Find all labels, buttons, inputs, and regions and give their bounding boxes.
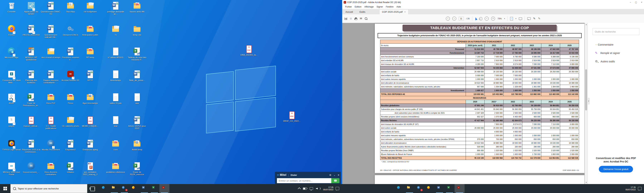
task-view-icon[interactable] <box>90 187 95 191</box>
signature-icon[interactable]: ✎ <box>538 17 540 20</box>
desktop-icon[interactable]: WQuestionnaire ONAC-VG <box>41 1 61 15</box>
previous-page-icon[interactable]: ↑ <box>446 17 450 20</box>
panel-collapse-icon[interactable]: ❮ <box>588 98 590 104</box>
action-center-icon-2[interactable] <box>638 187 642 190</box>
fill-sign-pencil-icon[interactable]: ✎ <box>533 17 536 20</box>
desktop-icon[interactable]: XCopie de Permanence_et... <box>21 93 41 107</box>
doc-tab-close-icon[interactable]: × <box>404 11 406 13</box>
desktop-icon[interactable]: knd <box>106 116 126 127</box>
menu-item[interactable]: Fenêtre <box>386 5 394 8</box>
menu-item[interactable]: Affichage <box>364 5 374 8</box>
taskbar-word-icon[interactable]: W <box>139 184 149 193</box>
document-area[interactable]: › TABLEAUX BUDGÉTAIRE ET EN EFFECTIFS DU… <box>342 23 584 184</box>
desktop-icon[interactable]: docs travail et tempo <box>41 47 61 59</box>
desktop-icon[interactable]: PDFPerso <box>60 93 80 104</box>
save-icon[interactable] <box>345 17 347 20</box>
desktop-icon[interactable]: salles 15 juin <box>106 93 126 104</box>
desktop-icon[interactable]: WNote_de_prese... <box>127 70 147 81</box>
star-favorites-icon[interactable]: ☆ <box>350 17 352 20</box>
desktop-icon[interactable]: timestamps <box>106 70 126 81</box>
zoom-level-select[interactable]: 73% <box>498 17 502 20</box>
desktop-icon[interactable]: PDFAnticipation juillet <box>80 25 100 36</box>
print-icon[interactable] <box>354 18 357 20</box>
menu-item[interactable]: Signer <box>376 5 383 8</box>
taskbar-excel-icon[interactable]: X <box>444 184 454 193</box>
tools-search-input[interactable]: Outils de recherche <box>592 28 639 35</box>
desktop-icon[interactable]: WAméli temp <box>127 139 147 151</box>
acrobat-titlebar[interactable]: ∞ COP 2020-2025.pdf - Adobe Acrobat Read… <box>342 0 644 5</box>
zoom-in-icon[interactable]: + <box>491 17 495 20</box>
desktop-icon[interactable]: WAgat timestamps <box>80 93 100 104</box>
desktop-icon[interactable]: WRapport Anciens combattants - ... <box>41 70 61 84</box>
desktop-icon[interactable]: WArticle 18-PLF pour 2022 <box>127 116 147 130</box>
tray-chevron-icon[interactable] <box>298 188 301 191</box>
desktop-icon[interactable]: ✉↗Mozilla Thunderbird <box>41 139 61 151</box>
network-icon[interactable] <box>310 187 313 190</box>
taskbar-thunderbird-icon[interactable]: ✉1 <box>119 184 129 193</box>
mitel-settings-icon[interactable]: ⚙ <box>329 174 332 176</box>
desktop-icon[interactable]: WRPTP <box>80 70 100 81</box>
maximize-button[interactable]: ▢ <box>635 1 637 3</box>
panel-item[interactable]: ✎Remplir et signer <box>588 49 644 57</box>
taskbar-word-icon[interactable]: W <box>434 184 444 193</box>
scrollbar-thumb[interactable] <box>585 69 587 110</box>
clock-2[interactable]: 17:3505/07/2022 <box>626 186 636 191</box>
taskbar-thunderbird-icon[interactable]: ✉1 <box>414 184 424 193</box>
start-trial-button[interactable]: Démarrer l'essai gratuit <box>599 166 633 173</box>
desktop-icon[interactable]: ↗Microsoft Edge <box>2 47 22 59</box>
tab-document[interactable]: COP 2020-2025.pdf × <box>379 9 408 14</box>
desktop-icon[interactable]: ♻Corbeille <box>2 1 22 13</box>
menu-item[interactable]: Fichier <box>345 5 352 8</box>
desktop-icon[interactable]: temp cdv <box>127 25 147 36</box>
taskbar-firefox-icon[interactable] <box>129 184 139 193</box>
speaker-icon[interactable] <box>316 188 318 190</box>
mitel-contact-input[interactable] <box>277 178 331 183</box>
tab-accueil[interactable]: Accueil <box>342 9 356 14</box>
desktop-icon[interactable]: ∞PDFmanuel_utilisat... <box>21 116 41 127</box>
select-tool-icon[interactable] <box>474 17 477 20</box>
desktop-icon[interactable]: 7z <box>106 25 126 36</box>
desktop-icon[interactable]: ↗Firefox <box>2 25 22 36</box>
page-scrolling-icon[interactable] <box>519 17 522 20</box>
fit-width-icon[interactable]: ↔ <box>510 17 513 20</box>
desktop-icon[interactable]: ∞↗MiVoice 5000 User Portal <box>2 162 22 176</box>
desktop-icon[interactable]: PDFRP temp <box>80 47 100 59</box>
desktop-icon[interactable]: PDFDocu PLF <box>41 93 61 104</box>
panel-item[interactable]: ⚙Autres outils <box>588 57 644 66</box>
menu-item[interactable]: Edition <box>355 5 362 8</box>
desktop-icon[interactable]: ✉Gouvernement_... <box>21 162 41 173</box>
fit-dropdown-icon[interactable]: ▾ <box>516 18 516 19</box>
panel-item[interactable]: Commentaire <box>588 40 644 49</box>
email-icon[interactable]: ✉ <box>360 17 362 20</box>
desktop-icon[interactable]: aaa <box>127 93 147 104</box>
desktop-icon[interactable]: ↗Applications du SENAT <box>21 1 41 15</box>
menu-item[interactable]: Aide <box>396 5 401 8</box>
close-button[interactable]: × <box>641 1 642 3</box>
taskbar-explorer-icon[interactable] <box>109 184 119 193</box>
desktop-icon[interactable]: PDFproblème cohérence ... <box>106 162 126 176</box>
desktop-icon[interactable]: ∞PDF1.1 - Guide publications <box>41 116 61 130</box>
desktop-icon[interactable]: W↗PASTILLAGE2010 <box>21 25 41 36</box>
mitel-close-icon[interactable]: ✕ <box>338 174 340 176</box>
desktop-icon[interactable]: ⌂↗AGAT <box>2 93 22 104</box>
desktop-icon[interactable]: ∞PDFDRHF_CD_2022... <box>282 111 302 122</box>
desktop-icon[interactable]: PDFDocu Anciens combattans <box>41 162 61 176</box>
taskbar-acrobat-icon[interactable]: ∞ <box>160 184 170 193</box>
desktop-icon[interactable]: ∞PDF1958_202201_ta... <box>239 45 259 56</box>
desktop-icon[interactable]: WPlanning des auditions <box>21 70 41 84</box>
desktop-icon[interactable]: WEtiquettes2 <box>60 139 80 151</box>
comment-tool-icon[interactable] <box>527 17 530 20</box>
taskbar-acrobat-icon[interactable]: ∞ <box>454 184 464 193</box>
desktop-icon[interactable]: Ppre_sentation 2021_onacvg_2 <box>80 162 100 176</box>
clock[interactable]: 17:3505/07/2022 <box>323 186 334 191</box>
desktop-icon[interactable]: n° admin APLEG <box>106 47 126 59</box>
taskbar-edge-icon[interactable] <box>394 184 404 193</box>
desktop-icon[interactable]: ∞↗Acrobat Reader DC <box>60 70 80 81</box>
desktop-icon[interactable]: ctrl budgétaire <box>80 1 100 13</box>
desktop-icon[interactable]: XCopie de PLFR_exercice <box>127 162 147 176</box>
zoom-dropdown-icon[interactable]: ▾ <box>504 18 505 19</box>
desktop-icon[interactable]: XTableau de suivi des missions P... <box>127 47 147 61</box>
desktop-icon[interactable]: Z↗Connexion de client Web ... <box>2 70 22 84</box>
taskbar-search-input[interactable]: Tapez ici pour effectuer une recherche <box>10 184 87 193</box>
desktop-icon[interactable]: PDFconv <box>106 139 126 151</box>
